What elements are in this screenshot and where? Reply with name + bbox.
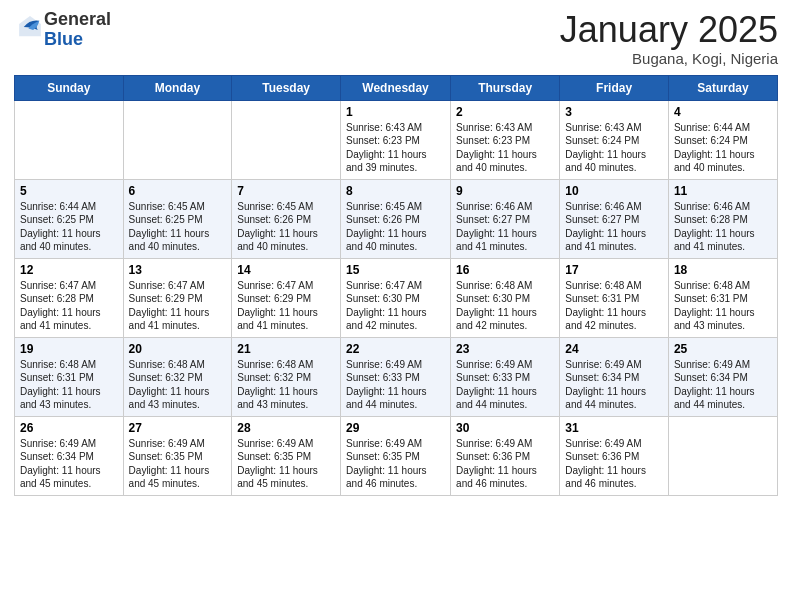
calendar-cell: 28Sunrise: 6:49 AMSunset: 6:35 PMDayligh… <box>232 416 341 495</box>
calendar-week-row: 1Sunrise: 6:43 AMSunset: 6:23 PMDaylight… <box>15 100 778 179</box>
day-info: Sunrise: 6:48 AMSunset: 6:32 PMDaylight:… <box>129 358 227 412</box>
day-info: Sunrise: 6:43 AMSunset: 6:24 PMDaylight:… <box>565 121 663 175</box>
day-of-week-header: Thursday <box>451 75 560 100</box>
day-info: Sunrise: 6:48 AMSunset: 6:31 PMDaylight:… <box>20 358 118 412</box>
day-info: Sunrise: 6:49 AMSunset: 6:36 PMDaylight:… <box>565 437 663 491</box>
calendar-cell <box>15 100 124 179</box>
calendar-cell: 15Sunrise: 6:47 AMSunset: 6:30 PMDayligh… <box>341 258 451 337</box>
calendar-cell: 22Sunrise: 6:49 AMSunset: 6:33 PMDayligh… <box>341 337 451 416</box>
day-info: Sunrise: 6:49 AMSunset: 6:35 PMDaylight:… <box>346 437 445 491</box>
calendar-cell: 18Sunrise: 6:48 AMSunset: 6:31 PMDayligh… <box>668 258 777 337</box>
day-info: Sunrise: 6:45 AMSunset: 6:25 PMDaylight:… <box>129 200 227 254</box>
day-number: 16 <box>456 263 554 277</box>
calendar-cell: 3Sunrise: 6:43 AMSunset: 6:24 PMDaylight… <box>560 100 669 179</box>
calendar-week-row: 5Sunrise: 6:44 AMSunset: 6:25 PMDaylight… <box>15 179 778 258</box>
day-info: Sunrise: 6:49 AMSunset: 6:34 PMDaylight:… <box>565 358 663 412</box>
day-of-week-header: Wednesday <box>341 75 451 100</box>
day-number: 17 <box>565 263 663 277</box>
day-number: 10 <box>565 184 663 198</box>
page: General Blue January 2025 Bugana, Kogi, … <box>0 0 792 612</box>
day-info: Sunrise: 6:47 AMSunset: 6:29 PMDaylight:… <box>237 279 335 333</box>
day-info: Sunrise: 6:43 AMSunset: 6:23 PMDaylight:… <box>346 121 445 175</box>
calendar-cell <box>123 100 232 179</box>
logo: General Blue <box>14 10 111 50</box>
day-info: Sunrise: 6:49 AMSunset: 6:35 PMDaylight:… <box>129 437 227 491</box>
calendar-cell: 20Sunrise: 6:48 AMSunset: 6:32 PMDayligh… <box>123 337 232 416</box>
day-number: 20 <box>129 342 227 356</box>
calendar-cell: 11Sunrise: 6:46 AMSunset: 6:28 PMDayligh… <box>668 179 777 258</box>
calendar-cell: 9Sunrise: 6:46 AMSunset: 6:27 PMDaylight… <box>451 179 560 258</box>
day-number: 8 <box>346 184 445 198</box>
day-number: 29 <box>346 421 445 435</box>
day-of-week-header: Saturday <box>668 75 777 100</box>
calendar-cell <box>232 100 341 179</box>
day-number: 22 <box>346 342 445 356</box>
calendar-week-row: 19Sunrise: 6:48 AMSunset: 6:31 PMDayligh… <box>15 337 778 416</box>
calendar-cell: 30Sunrise: 6:49 AMSunset: 6:36 PMDayligh… <box>451 416 560 495</box>
calendar-cell: 21Sunrise: 6:48 AMSunset: 6:32 PMDayligh… <box>232 337 341 416</box>
day-number: 4 <box>674 105 772 119</box>
day-info: Sunrise: 6:46 AMSunset: 6:27 PMDaylight:… <box>456 200 554 254</box>
day-of-week-header: Sunday <box>15 75 124 100</box>
day-number: 5 <box>20 184 118 198</box>
day-number: 13 <box>129 263 227 277</box>
day-number: 9 <box>456 184 554 198</box>
calendar-location: Bugana, Kogi, Nigeria <box>560 50 778 67</box>
day-info: Sunrise: 6:47 AMSunset: 6:29 PMDaylight:… <box>129 279 227 333</box>
day-info: Sunrise: 6:43 AMSunset: 6:23 PMDaylight:… <box>456 121 554 175</box>
day-number: 14 <box>237 263 335 277</box>
day-number: 24 <box>565 342 663 356</box>
calendar-cell <box>668 416 777 495</box>
header: General Blue January 2025 Bugana, Kogi, … <box>14 10 778 67</box>
calendar-week-row: 26Sunrise: 6:49 AMSunset: 6:34 PMDayligh… <box>15 416 778 495</box>
day-number: 31 <box>565 421 663 435</box>
day-info: Sunrise: 6:46 AMSunset: 6:28 PMDaylight:… <box>674 200 772 254</box>
day-of-week-header: Friday <box>560 75 669 100</box>
day-number: 18 <box>674 263 772 277</box>
calendar-cell: 29Sunrise: 6:49 AMSunset: 6:35 PMDayligh… <box>341 416 451 495</box>
day-of-week-header: Monday <box>123 75 232 100</box>
calendar-cell: 16Sunrise: 6:48 AMSunset: 6:30 PMDayligh… <box>451 258 560 337</box>
day-info: Sunrise: 6:49 AMSunset: 6:34 PMDaylight:… <box>674 358 772 412</box>
day-info: Sunrise: 6:48 AMSunset: 6:30 PMDaylight:… <box>456 279 554 333</box>
calendar-cell: 14Sunrise: 6:47 AMSunset: 6:29 PMDayligh… <box>232 258 341 337</box>
day-number: 28 <box>237 421 335 435</box>
day-number: 15 <box>346 263 445 277</box>
calendar-cell: 1Sunrise: 6:43 AMSunset: 6:23 PMDaylight… <box>341 100 451 179</box>
day-number: 25 <box>674 342 772 356</box>
day-number: 12 <box>20 263 118 277</box>
calendar-cell: 8Sunrise: 6:45 AMSunset: 6:26 PMDaylight… <box>341 179 451 258</box>
day-of-week-header: Tuesday <box>232 75 341 100</box>
day-info: Sunrise: 6:44 AMSunset: 6:24 PMDaylight:… <box>674 121 772 175</box>
day-number: 23 <box>456 342 554 356</box>
day-info: Sunrise: 6:47 AMSunset: 6:30 PMDaylight:… <box>346 279 445 333</box>
calendar-cell: 25Sunrise: 6:49 AMSunset: 6:34 PMDayligh… <box>668 337 777 416</box>
day-info: Sunrise: 6:49 AMSunset: 6:33 PMDaylight:… <box>456 358 554 412</box>
calendar-week-row: 12Sunrise: 6:47 AMSunset: 6:28 PMDayligh… <box>15 258 778 337</box>
day-info: Sunrise: 6:48 AMSunset: 6:31 PMDaylight:… <box>674 279 772 333</box>
day-number: 2 <box>456 105 554 119</box>
calendar-cell: 19Sunrise: 6:48 AMSunset: 6:31 PMDayligh… <box>15 337 124 416</box>
day-number: 26 <box>20 421 118 435</box>
calendar-cell: 4Sunrise: 6:44 AMSunset: 6:24 PMDaylight… <box>668 100 777 179</box>
day-info: Sunrise: 6:46 AMSunset: 6:27 PMDaylight:… <box>565 200 663 254</box>
day-info: Sunrise: 6:47 AMSunset: 6:28 PMDaylight:… <box>20 279 118 333</box>
calendar-header-row: SundayMondayTuesdayWednesdayThursdayFrid… <box>15 75 778 100</box>
day-info: Sunrise: 6:48 AMSunset: 6:31 PMDaylight:… <box>565 279 663 333</box>
logo-blue-text: Blue <box>44 29 83 49</box>
calendar-title: January 2025 <box>560 10 778 50</box>
calendar-cell: 17Sunrise: 6:48 AMSunset: 6:31 PMDayligh… <box>560 258 669 337</box>
calendar-table: SundayMondayTuesdayWednesdayThursdayFrid… <box>14 75 778 496</box>
calendar-cell: 24Sunrise: 6:49 AMSunset: 6:34 PMDayligh… <box>560 337 669 416</box>
day-number: 11 <box>674 184 772 198</box>
day-number: 27 <box>129 421 227 435</box>
day-info: Sunrise: 6:49 AMSunset: 6:36 PMDaylight:… <box>456 437 554 491</box>
calendar-cell: 6Sunrise: 6:45 AMSunset: 6:25 PMDaylight… <box>123 179 232 258</box>
calendar-cell: 26Sunrise: 6:49 AMSunset: 6:34 PMDayligh… <box>15 416 124 495</box>
day-number: 7 <box>237 184 335 198</box>
day-number: 3 <box>565 105 663 119</box>
day-number: 19 <box>20 342 118 356</box>
calendar-cell: 31Sunrise: 6:49 AMSunset: 6:36 PMDayligh… <box>560 416 669 495</box>
calendar-cell: 27Sunrise: 6:49 AMSunset: 6:35 PMDayligh… <box>123 416 232 495</box>
day-info: Sunrise: 6:45 AMSunset: 6:26 PMDaylight:… <box>237 200 335 254</box>
